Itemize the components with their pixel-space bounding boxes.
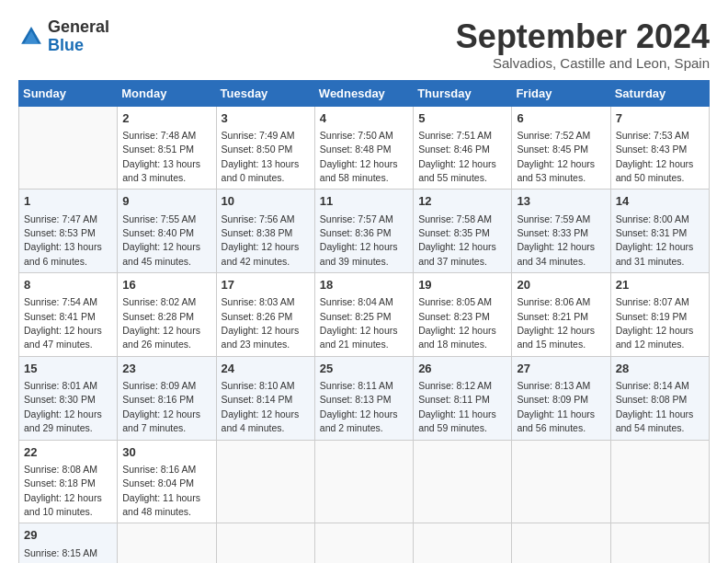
day-info: Sunrise: 7:53 AMSunset: 8:43 PMDaylight:… xyxy=(616,130,694,183)
calendar-row: 1Sunrise: 7:47 AMSunset: 8:53 PMDaylight… xyxy=(19,190,710,273)
day-info: Sunrise: 8:09 AMSunset: 8:16 PMDaylight:… xyxy=(122,380,200,433)
logo-blue-text: Blue xyxy=(48,36,84,54)
day-cell-22: 22Sunrise: 8:08 AMSunset: 8:18 PMDayligh… xyxy=(19,440,118,523)
day-info: Sunrise: 8:08 AMSunset: 8:18 PMDaylight:… xyxy=(24,464,102,517)
day-number: 13 xyxy=(517,193,605,210)
day-cell-12: 12Sunrise: 7:58 AMSunset: 8:35 PMDayligh… xyxy=(414,190,512,273)
day-number: 19 xyxy=(418,277,506,293)
day-cell-25: 25Sunrise: 8:11 AMSunset: 8:13 PMDayligh… xyxy=(314,356,413,440)
day-info: Sunrise: 8:11 AMSunset: 8:13 PMDaylight:… xyxy=(320,380,398,433)
day-cell-15: 15Sunrise: 8:01 AMSunset: 8:30 PMDayligh… xyxy=(19,356,118,440)
empty-cell xyxy=(512,440,610,523)
header-row: Sunday Monday Tuesday Wednesday Thursday… xyxy=(19,80,710,106)
logo: General Blue xyxy=(18,18,109,55)
day-number: 3 xyxy=(222,110,310,127)
day-number: 17 xyxy=(222,277,310,293)
day-cell-24: 24Sunrise: 8:10 AMSunset: 8:14 PMDayligh… xyxy=(216,356,314,440)
day-number: 2 xyxy=(122,110,210,127)
day-number: 8 xyxy=(24,277,112,293)
empty-cell xyxy=(610,523,709,563)
day-info: Sunrise: 7:58 AMSunset: 8:35 PMDaylight:… xyxy=(418,213,496,267)
day-info: Sunrise: 8:03 AMSunset: 8:26 PMDaylight:… xyxy=(222,296,300,350)
day-number: 20 xyxy=(517,277,605,293)
day-info: Sunrise: 8:13 AMSunset: 8:09 PMDaylight:… xyxy=(517,380,595,433)
month-title: September 2024 xyxy=(456,18,710,55)
col-tuesday: Tuesday xyxy=(216,80,314,106)
empty-cell xyxy=(610,440,709,523)
col-friday: Friday xyxy=(512,80,610,106)
day-info: Sunrise: 8:05 AMSunset: 8:23 PMDaylight:… xyxy=(418,296,496,350)
day-info: Sunrise: 7:47 AMSunset: 8:53 PMDaylight:… xyxy=(24,213,102,267)
day-number: 27 xyxy=(517,361,605,377)
day-info: Sunrise: 8:07 AMSunset: 8:19 PMDaylight:… xyxy=(616,296,694,350)
day-number: 16 xyxy=(122,277,210,293)
day-number: 23 xyxy=(122,361,210,377)
day-cell-30: 30Sunrise: 8:16 AMSunset: 8:04 PMDayligh… xyxy=(118,440,216,523)
day-info: Sunrise: 7:49 AMSunset: 8:50 PMDaylight:… xyxy=(222,130,300,183)
day-cell-26: 26Sunrise: 8:12 AMSunset: 8:11 PMDayligh… xyxy=(414,356,512,440)
day-info: Sunrise: 7:54 AMSunset: 8:41 PMDaylight:… xyxy=(24,296,102,350)
day-cell-10: 10Sunrise: 7:56 AMSunset: 8:38 PMDayligh… xyxy=(216,190,314,273)
day-cell-19: 19Sunrise: 8:05 AMSunset: 8:23 PMDayligh… xyxy=(414,273,512,357)
day-number: 4 xyxy=(320,110,408,127)
day-info: Sunrise: 8:16 AMSunset: 8:04 PMDaylight:… xyxy=(122,464,200,517)
day-info: Sunrise: 7:55 AMSunset: 8:40 PMDaylight:… xyxy=(122,213,200,267)
day-number: 28 xyxy=(616,361,704,377)
day-number: 30 xyxy=(122,444,210,461)
day-info: Sunrise: 8:15 AMSunset: 8:06 PMDaylight:… xyxy=(24,547,102,563)
day-cell-6: 6Sunrise: 7:52 AMSunset: 8:45 PMDaylight… xyxy=(512,106,610,190)
day-number: 6 xyxy=(517,110,605,127)
day-number: 1 xyxy=(24,193,112,210)
day-info: Sunrise: 8:04 AMSunset: 8:25 PMDaylight:… xyxy=(320,296,398,350)
day-cell-21: 21Sunrise: 8:07 AMSunset: 8:19 PMDayligh… xyxy=(610,273,709,357)
day-cell-3: 3Sunrise: 7:49 AMSunset: 8:50 PMDaylight… xyxy=(216,106,314,190)
day-number: 12 xyxy=(418,193,506,210)
day-cell-1: 1Sunrise: 7:47 AMSunset: 8:53 PMDaylight… xyxy=(19,190,118,273)
day-info: Sunrise: 8:01 AMSunset: 8:30 PMDaylight:… xyxy=(24,380,102,433)
day-number: 10 xyxy=(222,193,310,210)
day-cell-17: 17Sunrise: 8:03 AMSunset: 8:26 PMDayligh… xyxy=(216,273,314,357)
day-number: 29 xyxy=(24,527,112,544)
day-cell-4: 4Sunrise: 7:50 AMSunset: 8:48 PMDaylight… xyxy=(314,106,413,190)
calendar-row: 8Sunrise: 7:54 AMSunset: 8:41 PMDaylight… xyxy=(19,273,710,357)
day-cell-5: 5Sunrise: 7:51 AMSunset: 8:46 PMDaylight… xyxy=(414,106,512,190)
day-info: Sunrise: 7:51 AMSunset: 8:46 PMDaylight:… xyxy=(418,130,496,183)
day-info: Sunrise: 8:06 AMSunset: 8:21 PMDaylight:… xyxy=(517,296,595,350)
day-info: Sunrise: 8:00 AMSunset: 8:31 PMDaylight:… xyxy=(616,213,694,267)
day-info: Sunrise: 8:14 AMSunset: 8:08 PMDaylight:… xyxy=(616,380,694,433)
empty-cell xyxy=(512,523,610,563)
empty-cell xyxy=(19,106,118,190)
day-number: 26 xyxy=(418,361,506,377)
col-thursday: Thursday xyxy=(414,80,512,106)
day-cell-2: 2Sunrise: 7:48 AMSunset: 8:51 PMDaylight… xyxy=(118,106,216,190)
empty-cell xyxy=(216,440,314,523)
day-number: 7 xyxy=(616,110,704,127)
title-block: September 2024 Salvadios, Castille and L… xyxy=(456,18,710,71)
calendar-row: 15Sunrise: 8:01 AMSunset: 8:30 PMDayligh… xyxy=(19,356,710,440)
day-number: 5 xyxy=(418,110,506,127)
day-info: Sunrise: 7:57 AMSunset: 8:36 PMDaylight:… xyxy=(320,213,398,267)
day-info: Sunrise: 7:52 AMSunset: 8:45 PMDaylight:… xyxy=(517,130,595,183)
col-sunday: Sunday xyxy=(19,80,118,106)
day-number: 11 xyxy=(320,193,408,210)
day-number: 22 xyxy=(24,444,112,461)
location-subtitle: Salvadios, Castille and Leon, Spain xyxy=(456,55,710,71)
calendar-table: Sunday Monday Tuesday Wednesday Thursday… xyxy=(18,80,710,563)
logo-icon xyxy=(18,24,44,50)
day-info: Sunrise: 7:59 AMSunset: 8:33 PMDaylight:… xyxy=(517,213,595,267)
calendar-row: 2Sunrise: 7:48 AMSunset: 8:51 PMDaylight… xyxy=(19,106,710,190)
day-cell-7: 7Sunrise: 7:53 AMSunset: 8:43 PMDaylight… xyxy=(610,106,709,190)
day-cell-28: 28Sunrise: 8:14 AMSunset: 8:08 PMDayligh… xyxy=(610,356,709,440)
day-cell-14: 14Sunrise: 8:00 AMSunset: 8:31 PMDayligh… xyxy=(610,190,709,273)
col-wednesday: Wednesday xyxy=(314,80,413,106)
day-cell-13: 13Sunrise: 7:59 AMSunset: 8:33 PMDayligh… xyxy=(512,190,610,273)
day-number: 15 xyxy=(24,361,112,377)
calendar-row: 22Sunrise: 8:08 AMSunset: 8:18 PMDayligh… xyxy=(19,440,710,523)
day-info: Sunrise: 8:02 AMSunset: 8:28 PMDaylight:… xyxy=(122,296,200,350)
day-number: 9 xyxy=(122,193,210,210)
day-cell-18: 18Sunrise: 8:04 AMSunset: 8:25 PMDayligh… xyxy=(314,273,413,357)
day-number: 25 xyxy=(320,361,408,377)
day-info: Sunrise: 8:12 AMSunset: 8:11 PMDaylight:… xyxy=(418,380,496,433)
empty-cell xyxy=(216,523,314,563)
empty-cell xyxy=(314,440,413,523)
